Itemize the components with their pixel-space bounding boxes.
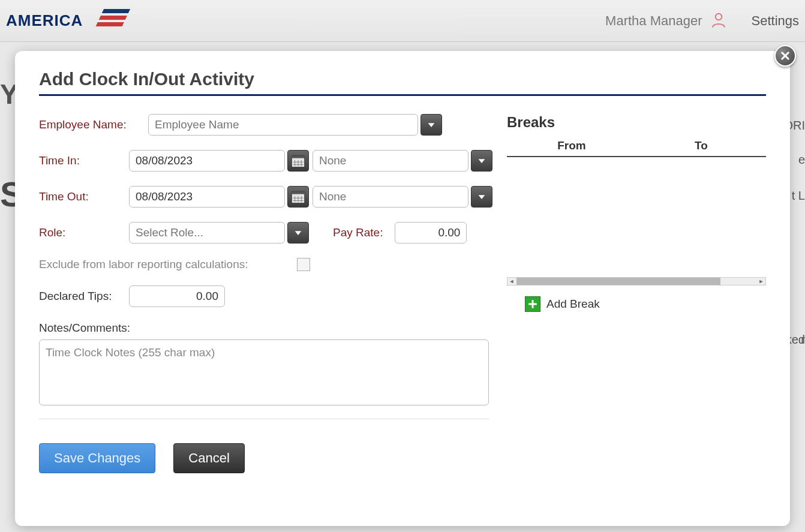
breaks-table-body (507, 157, 766, 277)
role-select[interactable] (129, 222, 285, 244)
add-break-label: Add Break (546, 297, 600, 311)
role-dropdown-button[interactable] (287, 222, 309, 244)
save-button[interactable]: Save Changes (39, 443, 155, 473)
row-time-out: Time Out: (39, 186, 495, 208)
bg-text-r3: t L (792, 189, 805, 203)
scroll-track (516, 278, 756, 285)
settings-link[interactable]: Settings (752, 13, 800, 29)
exclude-checkbox[interactable] (297, 258, 310, 271)
label-declared-tips: Declared Tips: (39, 290, 129, 303)
button-row: Save Changes Cancel (39, 443, 495, 473)
time-out-calendar-button[interactable] (287, 186, 309, 208)
close-button[interactable] (774, 45, 796, 67)
time-in-date[interactable] (129, 150, 285, 172)
calendar-icon (290, 153, 306, 169)
time-in-calendar-button[interactable] (287, 150, 309, 172)
label-time-in: Time In: (39, 154, 129, 167)
employee-dropdown-button[interactable] (420, 114, 442, 136)
svg-rect-12 (292, 191, 305, 194)
svg-rect-0 (102, 9, 130, 13)
form-left-pane: Employee Name: Time In: (39, 114, 495, 473)
brand-logo-icon (91, 8, 134, 34)
row-employee: Employee Name: (39, 114, 495, 136)
label-notes: Notes/Comments: (39, 321, 495, 335)
modal-title: Add Clock In/Out Activity (39, 69, 766, 96)
label-time-out: Time Out: (39, 190, 129, 203)
close-icon (780, 50, 791, 61)
cancel-button[interactable]: Cancel (173, 443, 244, 473)
svg-rect-2 (96, 22, 124, 26)
label-role: Role: (39, 226, 129, 239)
notes-textarea[interactable] (39, 339, 489, 405)
label-employee: Employee Name: (39, 118, 148, 131)
chevron-down-icon (477, 192, 486, 202)
svg-point-3 (715, 13, 722, 20)
time-out-time-dropdown[interactable] (471, 186, 492, 208)
brand-text: AMERICA (6, 11, 83, 30)
chevron-down-icon (426, 120, 436, 130)
scroll-right-icon: ► (757, 278, 765, 285)
label-exclude: Exclude from labor reporting calculation… (39, 258, 297, 271)
calendar-icon (290, 189, 306, 205)
label-pay-rate: Pay Rate: (333, 226, 383, 239)
time-out-date[interactable] (129, 186, 285, 208)
row-exclude: Exclude from labor reporting calculation… (39, 258, 495, 271)
employee-select[interactable] (148, 114, 418, 136)
row-declared-tips: Declared Tips: (39, 285, 495, 307)
add-break-button[interactable]: Add Break (525, 296, 766, 312)
breaks-title: Breaks (507, 114, 766, 131)
time-in-time-dropdown[interactable] (471, 150, 492, 172)
row-notes: Notes/Comments: (39, 321, 495, 408)
row-time-in: Time In: (39, 150, 495, 172)
chevron-down-icon (477, 156, 486, 166)
time-in-time[interactable] (313, 150, 468, 172)
user-icon[interactable] (710, 11, 728, 31)
breaks-col-to: To (636, 139, 766, 152)
breaks-headers: From To (507, 139, 766, 157)
declared-tips-input[interactable] (129, 285, 225, 307)
divider (39, 419, 489, 419)
scroll-left-icon: ◄ (507, 278, 516, 285)
chevron-down-icon (293, 228, 303, 238)
svg-rect-5 (292, 155, 305, 158)
breaks-scrollbar[interactable]: ◄ ► (507, 277, 766, 285)
bg-text-r2: e (798, 153, 805, 167)
breaks-col-from: From (507, 139, 636, 152)
add-clock-modal: Add Clock In/Out Activity Employee Name:… (15, 51, 790, 526)
plus-icon (525, 296, 540, 312)
top-bar: AMERICA Martha Manager Settings (0, 0, 805, 42)
row-role: Role: Pay Rate: (39, 222, 495, 244)
time-out-time[interactable] (313, 186, 468, 208)
user-name[interactable]: Martha Manager (605, 13, 702, 29)
svg-rect-1 (99, 16, 127, 20)
breaks-pane: Breaks From To ◄ ► Add Break (507, 114, 766, 473)
pay-rate-input[interactable] (395, 222, 467, 244)
